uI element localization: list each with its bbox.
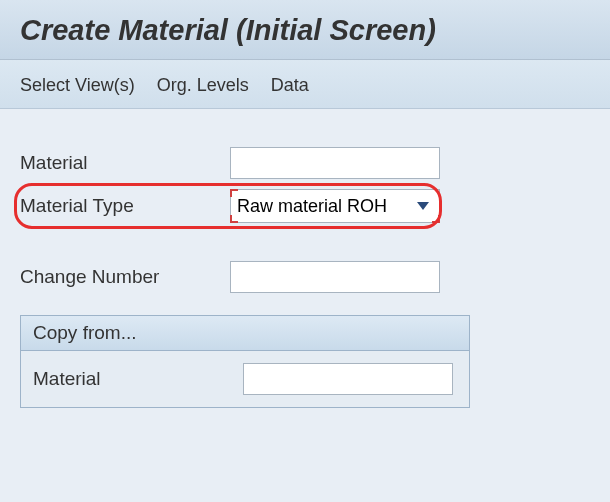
input-material[interactable]	[230, 147, 440, 179]
row-material: Material	[20, 147, 590, 179]
select-material-type-value: Raw material ROH	[237, 196, 387, 217]
select-material-type[interactable]: Raw material ROH	[230, 189, 440, 223]
page-title: Create Material (Initial Screen)	[20, 14, 590, 47]
row-change-number: Change Number	[20, 261, 590, 293]
groupbox-copy-from: Copy from... Material	[20, 315, 470, 408]
form-area: Material Material Type Raw material ROH …	[0, 109, 610, 428]
row-material-type: Material Type Raw material ROH	[20, 189, 590, 223]
input-copy-material[interactable]	[243, 363, 453, 395]
label-material: Material	[20, 152, 230, 174]
label-copy-material: Material	[33, 368, 243, 390]
groupbox-header: Copy from...	[21, 316, 469, 351]
input-change-number[interactable]	[230, 261, 440, 293]
label-material-type: Material Type	[20, 195, 230, 217]
groupbox-body: Material	[21, 351, 469, 407]
menu-data[interactable]: Data	[271, 75, 309, 96]
title-bar: Create Material (Initial Screen)	[0, 0, 610, 60]
menu-bar: Select View(s) Org. Levels Data	[0, 60, 610, 109]
row-copy-material: Material	[33, 363, 457, 395]
label-change-number: Change Number	[20, 266, 230, 288]
menu-org-levels[interactable]: Org. Levels	[157, 75, 249, 96]
menu-select-views[interactable]: Select View(s)	[20, 75, 135, 96]
chevron-down-icon	[417, 202, 429, 210]
